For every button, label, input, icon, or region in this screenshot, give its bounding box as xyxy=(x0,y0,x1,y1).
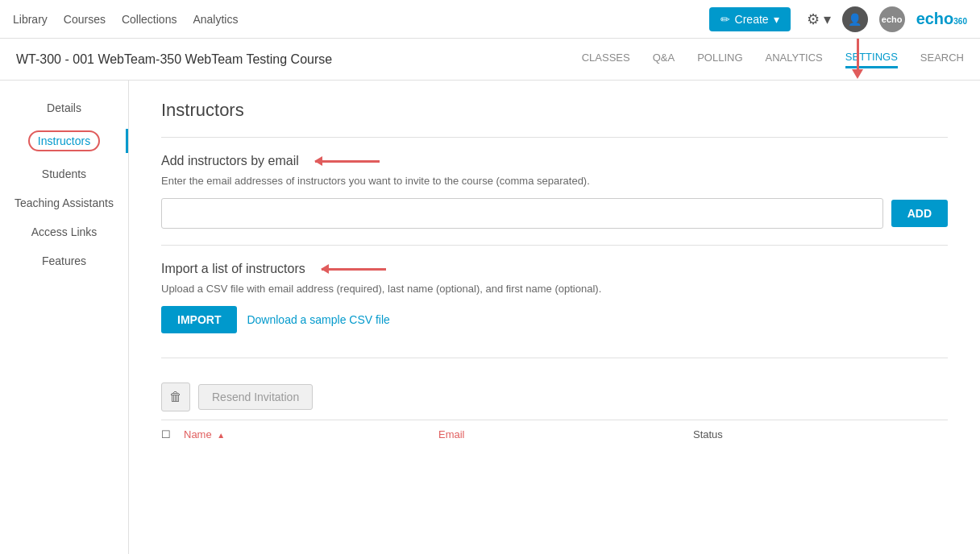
sidebar: Details Instructors Students Teaching As… xyxy=(0,81,129,554)
table-header-name[interactable]: Name ▲ xyxy=(184,428,438,440)
tab-search[interactable]: SEARCH xyxy=(920,52,964,67)
user-avatar-icon[interactable]: 👤 xyxy=(842,6,868,32)
create-label: Create xyxy=(735,13,769,26)
sidebar-item-access-links[interactable]: Access Links xyxy=(0,217,128,246)
add-instructors-title: Add instructors by email xyxy=(161,154,299,168)
import-arrow-body xyxy=(322,268,386,271)
table-header: ☐ Name ▲ Email Status xyxy=(161,420,948,445)
arrow-body xyxy=(315,160,380,163)
table-action-row: 🗑 Resend Invitation xyxy=(161,382,948,411)
status-header-label: Status xyxy=(693,428,723,440)
table-header-checkbox[interactable]: ☐ xyxy=(161,428,184,440)
email-input-row: ADD xyxy=(161,198,948,229)
nav-analytics[interactable]: Analytics xyxy=(193,13,238,26)
divider-2 xyxy=(161,245,948,246)
email-input[interactable] xyxy=(161,198,883,229)
nav-collections[interactable]: Collections xyxy=(122,13,176,26)
import-action-row: IMPORT Download a sample CSV file xyxy=(161,306,948,333)
add-instructors-section: Add instructors by email Enter the email… xyxy=(161,154,948,229)
add-instructors-title-row: Add instructors by email xyxy=(161,154,948,168)
checkbox-icon: ☐ xyxy=(161,428,171,440)
instructors-circle-highlight: Instructors xyxy=(28,130,100,151)
name-header-label: Name xyxy=(184,428,212,440)
arrow-head-up xyxy=(852,69,863,79)
echo-logo: echo360 xyxy=(916,10,967,28)
tab-polling[interactable]: POLLING xyxy=(697,52,742,67)
import-title: Import a list of instructors xyxy=(161,262,305,276)
nav-courses[interactable]: Courses xyxy=(64,13,106,26)
nav-library[interactable]: Library xyxy=(13,13,48,26)
user-initials-avatar[interactable]: echo xyxy=(879,6,905,32)
import-button[interactable]: IMPORT xyxy=(161,306,237,333)
echo-superscript: 360 xyxy=(953,17,967,26)
page-title: Instructors xyxy=(161,100,948,121)
tab-qa[interactable]: Q&A xyxy=(653,52,675,67)
trash-icon: 🗑 xyxy=(169,390,182,404)
create-button[interactable]: ✏ Create ▾ xyxy=(709,7,791,31)
tab-classes[interactable]: CLASSES xyxy=(582,52,630,67)
arrow-head-left xyxy=(314,156,322,166)
sidebar-item-teaching-assistants[interactable]: Teaching Assistants xyxy=(0,188,128,217)
top-nav-right: ⚙ ▾ 👤 echo echo360 xyxy=(807,6,967,32)
pencil-icon: ✏ xyxy=(720,13,730,26)
import-desc: Upload a CSV file with email address (re… xyxy=(161,283,948,295)
import-arrow-head xyxy=(321,264,329,274)
tab-analytics-course[interactable]: ANALYTICS xyxy=(766,52,823,67)
divider-1 xyxy=(161,137,948,138)
add-button[interactable]: ADD xyxy=(891,200,948,227)
sidebar-item-instructors[interactable]: Instructors xyxy=(0,122,128,159)
course-title: WT-300 - 001 WebTeam-350 WebTeam Testing… xyxy=(16,52,582,67)
import-instructors-section: Import a list of instructors Upload a CS… xyxy=(161,262,948,333)
arrow-up-container xyxy=(852,39,863,79)
add-arrow-indicator xyxy=(315,160,380,163)
delete-button[interactable]: 🗑 xyxy=(161,382,190,411)
main-content: Instructors Add instructors by email Ent… xyxy=(129,81,980,554)
table-header-email[interactable]: Email xyxy=(438,428,693,440)
dropdown-arrow-icon: ▾ xyxy=(774,13,779,26)
settings-gear-icon[interactable]: ⚙ ▾ xyxy=(807,10,831,28)
divider-3 xyxy=(161,358,948,358)
top-nav-links: Library Courses Collections Analytics xyxy=(13,13,709,26)
top-navigation: Library Courses Collections Analytics ✏ … xyxy=(0,0,980,39)
main-layout: Details Instructors Students Teaching As… xyxy=(0,81,980,554)
email-header-label: Email xyxy=(438,428,465,440)
active-indicator xyxy=(126,129,128,153)
course-header: WT-300 - 001 WebTeam-350 WebTeam Testing… xyxy=(0,39,980,81)
download-csv-link[interactable]: Download a sample CSV file xyxy=(247,313,389,326)
add-instructors-desc: Enter the email addresses of instructors… xyxy=(161,175,948,187)
import-arrow-indicator xyxy=(322,268,386,271)
echo-text: echo xyxy=(916,10,954,28)
sidebar-item-students[interactable]: Students xyxy=(0,159,128,188)
course-navigation: CLASSES Q&A POLLING ANALYTICS SETTINGS S… xyxy=(582,51,964,68)
resend-invitation-button[interactable]: Resend Invitation xyxy=(198,384,313,410)
user-icon: 👤 xyxy=(848,13,862,26)
user-initials: echo xyxy=(882,14,903,24)
sort-asc-icon: ▲ xyxy=(217,431,225,440)
sidebar-item-features[interactable]: Features xyxy=(0,246,128,275)
import-title-row: Import a list of instructors xyxy=(161,262,948,276)
arrow-shaft xyxy=(857,39,859,71)
table-header-status: Status xyxy=(693,428,948,440)
sidebar-item-details[interactable]: Details xyxy=(0,93,128,122)
